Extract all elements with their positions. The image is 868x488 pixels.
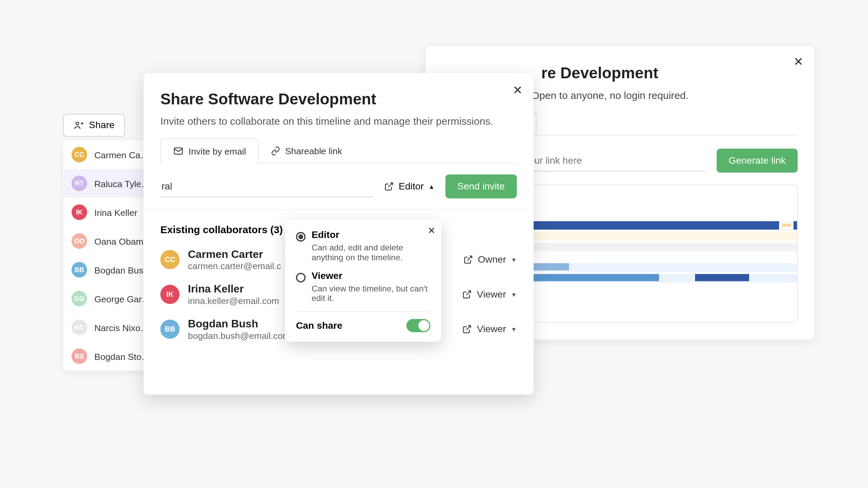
caret-down-icon: ▼ xyxy=(511,256,517,263)
caret-down-icon: ▼ xyxy=(511,326,517,332)
role-popover: ✕ Editor Can add, edit and delete anythi… xyxy=(285,220,441,342)
collaborator-role-picker[interactable]: Owner▼ xyxy=(463,254,517,265)
role-option-editor[interactable]: Editor Can add, edit and delete anything… xyxy=(296,230,430,262)
avatar: CC xyxy=(72,147,87,162)
avatar: BB xyxy=(160,320,180,339)
external-icon xyxy=(463,255,473,264)
generate-link-button[interactable]: Generate link xyxy=(716,149,797,173)
tab-invite-by-email[interactable]: Invite by email xyxy=(160,138,259,163)
can-share-toggle[interactable] xyxy=(407,319,431,332)
svg-point-0 xyxy=(76,122,79,125)
close-icon[interactable]: ✕ xyxy=(793,55,804,69)
person-name: Carmen Ca… xyxy=(94,149,149,160)
avatar: BB xyxy=(72,262,87,278)
dialog-title: Share Software Development xyxy=(160,90,517,108)
can-share-label: Can share xyxy=(296,320,342,331)
radio-selected-icon xyxy=(296,232,305,242)
avatar: RT xyxy=(72,176,87,191)
collaborator-role-picker[interactable]: Viewer▼ xyxy=(462,289,517,300)
mail-icon xyxy=(173,146,184,157)
collaborator-role-picker[interactable]: Viewer▼ xyxy=(462,324,517,334)
role-picker[interactable]: Editor ▲ xyxy=(382,178,437,196)
avatar: CC xyxy=(160,250,180,269)
external-icon xyxy=(462,290,472,299)
dialog-subtitle: Invite others to collaborate on this tim… xyxy=(160,116,517,127)
collaborator-email: bogdan.bush@email.com xyxy=(188,330,290,341)
share-icon xyxy=(73,120,84,131)
role-option-viewer[interactable]: Viewer Can view the timeline, but can't … xyxy=(296,270,430,303)
person-name: Raluca Tyle… xyxy=(94,178,150,188)
collaborator-email: irina.keller@email.com xyxy=(188,296,279,306)
external-icon xyxy=(384,182,394,191)
send-invite-button[interactable]: Send invite xyxy=(445,175,517,199)
collaborator-name: Irina Keller xyxy=(188,283,279,296)
avatar: NC xyxy=(72,320,87,335)
avatar: GG xyxy=(72,291,87,306)
avatar: OO xyxy=(72,233,87,249)
collaborator-email: carmen.carter@email.c xyxy=(188,261,281,271)
avatar: IK xyxy=(72,204,87,220)
tab-shareable-link[interactable]: Shareable link xyxy=(259,138,354,163)
person-name: Bogdan Sto… xyxy=(94,351,150,361)
close-icon[interactable]: ✕ xyxy=(428,225,435,236)
avatar: BS xyxy=(72,348,87,364)
share-button[interactable]: Share xyxy=(63,114,125,137)
close-icon[interactable]: ✕ xyxy=(513,83,523,97)
invite-email-input[interactable] xyxy=(160,176,374,197)
person-name: George Gar… xyxy=(94,293,151,304)
collaborator-name: Carmen Carter xyxy=(188,248,281,261)
person-name: Irina Keller xyxy=(94,207,137,217)
external-icon xyxy=(462,324,472,334)
caret-up-icon: ▲ xyxy=(429,183,435,189)
link-icon xyxy=(271,146,280,156)
caret-down-icon: ▼ xyxy=(511,291,517,298)
person-name: Narcis Nixo… xyxy=(94,322,149,332)
radio-icon xyxy=(296,273,305,282)
collaborator-name: Bogdan Bush xyxy=(188,318,290,330)
avatar: IK xyxy=(160,285,180,304)
